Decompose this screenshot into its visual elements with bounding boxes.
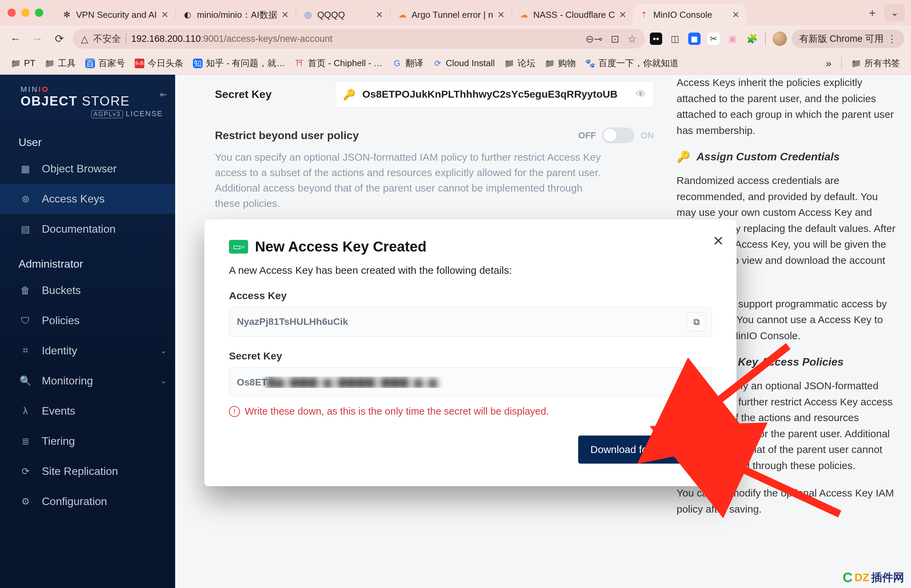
close-icon[interactable]: ✕ — [161, 10, 169, 20]
favicon: ✻ — [62, 10, 72, 20]
sidebar-item-monitoring[interactable]: 🔍Monitoring⌄ — [0, 366, 175, 396]
grid-icon: ▦ — [18, 163, 32, 174]
download-icon: ⭳ — [689, 444, 699, 456]
sidebar-item-label: Monitoring — [42, 375, 93, 387]
close-icon[interactable]: ✕ — [619, 10, 627, 20]
tier-icon: ≣ — [18, 436, 32, 447]
ext-icon[interactable]: ▣ — [727, 32, 739, 45]
bookmark-folder-tools[interactable]: 工具 — [42, 55, 79, 71]
window-controls — [8, 8, 43, 17]
close-icon[interactable]: ✕ — [376, 10, 383, 20]
copy-icon[interactable]: ⧉ — [687, 312, 706, 331]
gear-icon: ⚙ — [18, 496, 32, 507]
tab-minio-gh[interactable]: ◐minio/minio：AI数据✕ — [176, 4, 295, 25]
ext-icon[interactable]: ✂ — [707, 32, 720, 45]
tab-qqqq[interactable]: ◎QQQQ✕ — [297, 4, 389, 25]
reload-button[interactable]: ⟳ — [51, 30, 68, 47]
forward-button[interactable]: → — [29, 30, 46, 47]
sidebar-item-documentation[interactable]: ▤Documentation — [0, 214, 175, 244]
ext-icon[interactable]: •• — [650, 32, 662, 45]
menu-icon[interactable]: ⋮ — [887, 33, 896, 45]
sidebar-item-object-browser[interactable]: ▦Object Browser — [0, 153, 175, 184]
bookmark-folder-pt[interactable]: PT — [8, 55, 39, 71]
chrome-update-pill[interactable]: 有新版 Chrome 可用⋮ — [792, 29, 904, 48]
bookmark-chiphell[interactable]: ⛩首页 - Chiphell - … — [291, 55, 386, 71]
back-button[interactable]: ← — [7, 30, 24, 47]
bookmark-folder-forum[interactable]: 论坛 — [501, 55, 539, 71]
separator — [765, 32, 766, 45]
bookmark-zhihu[interactable]: 知知乎 - 有问题，就… — [189, 55, 289, 71]
new-tab-button[interactable]: ＋ — [864, 4, 881, 21]
sidebar-item-label: Policies — [42, 314, 79, 327]
favicon: ◐ — [183, 10, 193, 20]
close-icon[interactable]: ✕ — [712, 233, 724, 249]
all-bookmarks[interactable]: 所有书签 — [848, 55, 903, 71]
update-label: 有新版 Chrome 可用 — [799, 32, 884, 45]
bookmark-star-icon[interactable]: ☆ — [628, 33, 637, 45]
bookmarks-bar: PT 工具 百百家号 头条今日头条 知知乎 - 有问题，就… ⛩首页 - Chi… — [0, 52, 911, 75]
bookmark-folder-shop[interactable]: 购物 — [541, 55, 579, 71]
new-access-key-modal: ▭▫ New Access Key Created ✕ A new Access… — [204, 219, 737, 486]
ext-icon[interactable]: ◼ — [688, 32, 701, 45]
sidebar-item-label: Site Replication — [42, 465, 118, 478]
replicate-icon: ⟳ — [18, 466, 32, 477]
security-label[interactable]: 不安全 — [93, 32, 121, 45]
tab-argo[interactable]: ☁Argo Tunnel error | n✕ — [391, 4, 511, 25]
key-icon: ⊚ — [18, 193, 32, 205]
tab-title: minio/minio：AI数据 — [197, 9, 277, 21]
sidebar-item-site-replication[interactable]: ⟳Site Replication — [0, 456, 175, 486]
translate-icon[interactable]: ⊡ — [611, 33, 619, 45]
bookmark-overflow[interactable]: » — [822, 58, 835, 69]
secret-key-label: Secret Key — [229, 350, 712, 362]
close-icon[interactable]: ✕ — [281, 10, 289, 20]
collapse-icon[interactable]: ⇤ — [160, 90, 167, 99]
id-card-icon: ▭▫ — [229, 240, 248, 254]
access-key-label: Access Key — [229, 290, 712, 302]
bookmark-baidu[interactable]: 🐾百度一下，你就知道 — [582, 55, 682, 71]
tab-title: VPN Security and AI — [76, 10, 157, 20]
browser-window: ✻VPN Security and AI✕ ◐minio/minio：AI数据✕… — [0, 0, 911, 75]
nav-section-admin: Administrator — [0, 244, 175, 275]
window-close[interactable] — [8, 8, 16, 17]
sidebar-item-label: Tiering — [42, 435, 75, 447]
close-icon[interactable]: ✕ — [732, 10, 740, 20]
ext-bitwarden-icon[interactable]: ◫ — [669, 32, 682, 45]
bookmark-toutiao[interactable]: 头条今日头条 — [131, 55, 187, 71]
tab-vpn[interactable]: ✻VPN Security and AI✕ — [55, 4, 175, 25]
address-bar[interactable]: △ 不安全 192.168.200.110:9001/access-keys/n… — [73, 29, 645, 48]
sidebar-item-policies[interactable]: 🛡Policies — [0, 305, 175, 336]
sidebar-item-buckets[interactable]: 🗑Buckets — [0, 275, 175, 305]
toolbar: ← → ⟳ △ 不安全 192.168.200.110:9001/access-… — [0, 25, 911, 52]
window-maximize[interactable] — [35, 8, 43, 17]
sidebar-item-access-keys[interactable]: ⊚Access Keys — [0, 184, 175, 214]
close-icon[interactable]: ✕ — [497, 10, 505, 20]
sidebar-item-configuration[interactable]: ⚙Configuration — [0, 486, 175, 516]
tab-title: MinIO Console — [653, 10, 728, 20]
copy-icon[interactable]: ⧉ — [687, 373, 706, 392]
tab-overflow-button[interactable]: ⌄ — [884, 4, 905, 21]
separator — [841, 57, 842, 69]
sidebar-item-events[interactable]: λEvents — [0, 396, 175, 426]
bookmark-cloud-install[interactable]: ⟳Cloud Install — [430, 55, 498, 71]
url-text: 192.168.200.110:9001/access-keys/new-acc… — [131, 34, 333, 44]
download-for-import-button[interactable]: Download for import ⭳ — [578, 436, 712, 464]
nav-section-user: User — [0, 122, 175, 153]
password-icon[interactable]: ⊖⊸ — [585, 33, 602, 45]
extensions-menu-icon[interactable]: 🧩 — [746, 32, 758, 45]
sidebar-item-label: Buckets — [42, 284, 81, 297]
modal-title: New Access Key Created — [255, 239, 426, 255]
button-label: Download for import — [591, 444, 682, 456]
bookmark-translate[interactable]: G翻译 — [389, 55, 427, 71]
window-minimize[interactable] — [21, 8, 29, 17]
chevron-down-icon: ⌄ — [160, 346, 167, 355]
secret-warning: ! Write these down, as this is the only … — [229, 406, 712, 417]
lambda-icon: λ — [18, 405, 32, 416]
extensions: •• ◫ ◼ ✂ ▣ 🧩 — [650, 32, 787, 46]
favicon: ◎ — [303, 10, 313, 20]
bookmark-baijia[interactable]: 百百家号 — [82, 55, 129, 71]
sidebar-item-tiering[interactable]: ≣Tiering — [0, 426, 175, 456]
sidebar-item-identity[interactable]: ⌗Identity⌄ — [0, 336, 175, 366]
tab-nass[interactable]: ☁NASS - Cloudflare C✕ — [513, 4, 633, 25]
profile-avatar[interactable] — [772, 32, 787, 46]
tab-minio-console[interactable]: ⇡MinIO Console✕ — [633, 4, 746, 25]
